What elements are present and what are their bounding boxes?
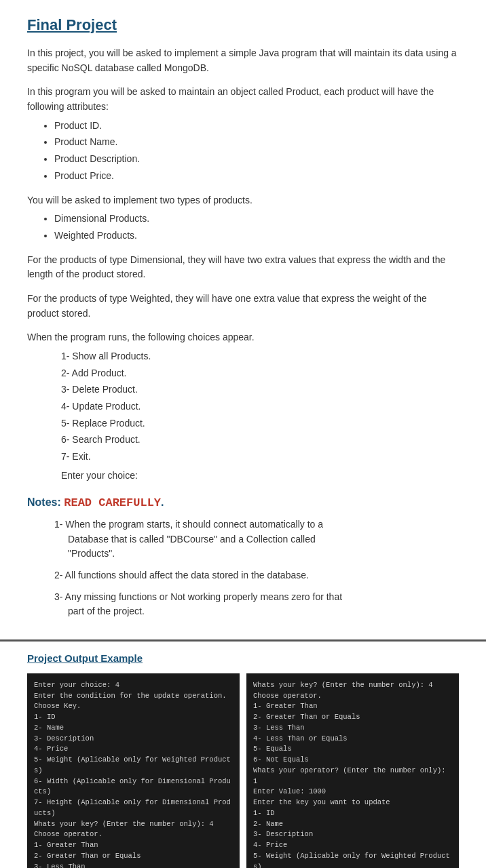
page-title: Final Project — [27, 16, 459, 34]
list-item: 1- When the program starts, it should co… — [48, 517, 459, 561]
terminal-left: Enter your choice: 4 Enter the condition… — [27, 673, 240, 868]
intro-para4: For the products of type Dimensional, th… — [27, 253, 459, 282]
intro-para2: In this program you will be asked to mai… — [27, 85, 459, 183]
project-output-link[interactable]: Project Output Example — [27, 652, 459, 664]
intro-para1: In this project, you will be asked to im… — [27, 46, 459, 75]
notes-heading: Notes: READ CAREFULLY. — [27, 494, 459, 512]
bottom-section: Project Output Example Enter your choice… — [0, 642, 486, 868]
list-item: 2- All functions should affect the data … — [48, 568, 459, 583]
intro-para6: When the program runs, the following cho… — [27, 330, 459, 483]
list-item: 3- Delete Product. — [61, 382, 459, 397]
list-item: 7- Exit. — [61, 450, 459, 465]
list-item: 3- Any missing functions or Not working … — [48, 590, 459, 619]
intro-para3: You will be asked to implement two types… — [27, 193, 459, 243]
list-item: 1- Show all Products. — [61, 349, 459, 364]
product-types-list: Dimensional Products. Weighted Products. — [54, 212, 459, 243]
intro-para5: For the products of type Weighted, they … — [27, 292, 459, 321]
list-item: Product Description. — [54, 152, 459, 167]
menu-list: 1- Show all Products. 2- Add Product. 3-… — [61, 349, 459, 465]
notes-section: Notes: READ CAREFULLY. 1- When the progr… — [27, 494, 459, 619]
list-item: 4- Update Product. — [61, 399, 459, 414]
terminal-right: Whats your key? (Enter the number only):… — [246, 673, 459, 868]
enter-choice: Enter your choice: — [61, 469, 459, 484]
list-item: Product ID. — [54, 119, 459, 134]
list-item: Product Price. — [54, 169, 459, 184]
list-item: Product Name. — [54, 135, 459, 150]
list-item: 2- Add Product. — [61, 366, 459, 381]
list-item: 5- Replace Product. — [61, 416, 459, 431]
list-item: Weighted Products. — [54, 229, 459, 243]
terminal-row: Enter your choice: 4 Enter the condition… — [27, 673, 459, 868]
list-item: 6- Search Product. — [61, 433, 459, 448]
attributes-list: Product ID. Product Name. Product Descri… — [54, 119, 459, 184]
notes-list: 1- When the program starts, it should co… — [48, 517, 459, 619]
list-item: Dimensional Products. — [54, 212, 459, 226]
page-wrapper: Final Project In this project, you will … — [0, 0, 486, 619]
